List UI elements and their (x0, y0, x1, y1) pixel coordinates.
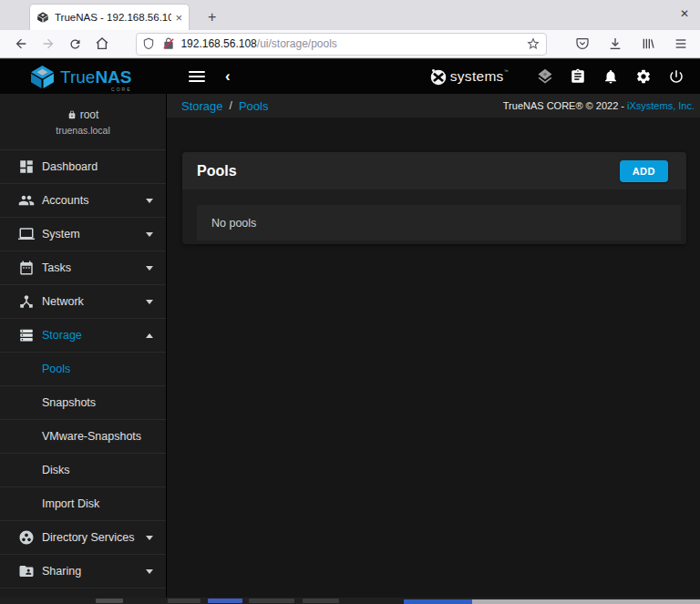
cutoff-button (303, 599, 339, 603)
copyright-text: TrueNAS CORE® © 2022 - iXsystems, Inc. (503, 100, 695, 111)
user-block: root truenas.local (0, 94, 166, 150)
url-bar[interactable]: 192.168.56.108/ui/storage/pools (136, 33, 547, 56)
chevron-down-icon (146, 569, 153, 578)
window-close-button[interactable]: ✕ (680, 7, 689, 20)
brand-edition: CORE (111, 87, 131, 92)
tab-title: TrueNAS - 192.168.56.108 (55, 12, 171, 23)
truenas-cube-icon (30, 65, 55, 89)
folder-shared-icon (18, 563, 35, 579)
sidebar-subitem-label: Disks (18, 464, 153, 476)
forward-icon[interactable] (35, 32, 62, 56)
shield-icon[interactable] (142, 37, 155, 50)
add-pool-button[interactable]: ADD (620, 160, 668, 182)
tab-close-icon[interactable]: × (175, 11, 182, 25)
user-name: root (80, 108, 99, 121)
gear-icon[interactable] (633, 66, 654, 87)
sidebar-item-label: Accounts (42, 194, 146, 207)
insecure-lock-icon[interactable] (162, 37, 175, 50)
sidebar-subitem-label: Import Disk (18, 497, 153, 510)
chevron-down-icon (146, 536, 153, 544)
user-host: truenas.local (56, 125, 110, 136)
sidebar-subitem-pools[interactable]: Pools (0, 353, 166, 386)
breadcrumb: Storage / Pools TrueNAS CORE® © 2022 - i… (167, 94, 700, 118)
breadcrumb-storage-link[interactable]: Storage (181, 99, 223, 113)
sidebar-item-label: Dashboard (42, 160, 153, 173)
star-icon[interactable] (526, 36, 540, 51)
chevron-down-icon (146, 266, 153, 274)
dashboard-icon (18, 159, 35, 175)
sidebar: root truenas.local Dashboard Accounts (0, 94, 167, 604)
sidebar-subitem-label: VMware-Snapshots (18, 430, 153, 443)
cutoff-button (96, 599, 123, 603)
sidebar-item-label: Sharing (42, 565, 146, 578)
sidebar-subitem-snapshots[interactable]: Snapshots (0, 386, 166, 420)
browser-tab-strip: TrueNAS - 192.168.56.108 × + ✕ (0, 0, 700, 30)
pools-card-header: Pools ADD (182, 152, 686, 189)
sidebar-item-network[interactable]: Network (0, 285, 166, 319)
menu-icon[interactable] (667, 32, 695, 56)
calendar-icon (18, 260, 35, 276)
home-icon[interactable] (89, 32, 117, 56)
sidebar-item-tasks[interactable]: Tasks (0, 251, 166, 285)
page-content: Pools ADD No pools (167, 118, 700, 604)
ixsystems-link[interactable]: iXsystems, Inc. (627, 100, 695, 111)
url-host: 192.168.56.108 (180, 37, 256, 50)
ix-trademark: ™ (504, 68, 509, 74)
collapse-chevron-icon[interactable]: ‹ (225, 68, 231, 84)
toolbar-right (569, 32, 700, 56)
lock-icon (67, 110, 77, 119)
sidebar-item-accounts[interactable]: Accounts (0, 184, 166, 218)
ix-mark-icon (428, 67, 448, 87)
sidebar-item-label: System (42, 228, 146, 241)
sidebar-item-label: Storage (42, 329, 146, 342)
back-icon[interactable] (7, 32, 35, 56)
bell-icon[interactable] (600, 66, 622, 87)
brand-name-regular: True (60, 67, 95, 87)
network-hub-icon (18, 293, 35, 310)
sidebar-item-storage[interactable]: Storage (0, 319, 166, 353)
sidebar-subitem-disks[interactable]: Disks (0, 454, 166, 487)
sidebar-item-sharing[interactable]: Sharing (0, 555, 166, 589)
page-title: Pools (197, 163, 620, 179)
truecommand-icon[interactable] (534, 66, 556, 87)
sidebar-subitem-label: Pools (18, 363, 153, 375)
clipboard-icon[interactable] (567, 66, 589, 87)
chevron-up-icon (146, 330, 153, 338)
sidenav-toggle-icon[interactable] (189, 71, 205, 82)
body-row: root truenas.local Dashboard Accounts (0, 94, 700, 604)
new-tab-button[interactable]: + (201, 4, 223, 30)
sidebar-item-dashboard[interactable]: Dashboard (0, 150, 166, 184)
breadcrumb-pools-link[interactable]: Pools (239, 99, 269, 113)
url-path: /ui/storage/pools (257, 37, 337, 50)
library-icon[interactable] (634, 32, 662, 56)
truenas-favicon-icon (36, 11, 49, 24)
chevron-down-icon (146, 199, 153, 207)
url-text[interactable]: 192.168.56.108/ui/storage/pools (180, 37, 526, 50)
people-icon (18, 192, 35, 209)
screen: TrueNAS - 192.168.56.108 × + ✕ 192.168.5… (0, 0, 700, 604)
download-icon[interactable] (602, 32, 629, 56)
sidebar-item-directory-services[interactable]: Directory Services (0, 521, 166, 555)
sidebar-subitem-import-disk[interactable]: Import Disk (0, 487, 166, 521)
cutoff-button (208, 599, 242, 603)
storage-stack-icon (18, 327, 35, 343)
sidebar-subitem-vmware-snapshots[interactable]: VMware-Snapshots (0, 420, 166, 454)
sidebar-item-system[interactable]: System (0, 218, 166, 251)
pools-card: Pools ADD No pools (182, 152, 686, 244)
chevron-down-icon (146, 232, 153, 241)
ix-text: systems™ (450, 68, 509, 85)
empty-state-panel: No pools (197, 205, 681, 241)
brand-name-bold: NAS (95, 67, 131, 87)
sidebar-subitem-label: Snapshots (18, 396, 153, 409)
power-icon[interactable] (665, 66, 687, 87)
reload-icon[interactable] (62, 32, 89, 56)
cutoff-button (168, 599, 201, 603)
pocket-icon[interactable] (569, 32, 596, 56)
app-header: TrueNAS CORE ‹ systems™ (0, 58, 700, 94)
cutoff-bar-blue (404, 599, 472, 604)
browser-tab[interactable]: TrueNAS - 192.168.56.108 × (29, 4, 190, 30)
empty-state-text: No pools (211, 217, 256, 230)
laptop-icon (18, 226, 35, 242)
bottom-cutoff-strip (0, 598, 700, 604)
sidebar-item-label: Tasks (42, 261, 146, 274)
